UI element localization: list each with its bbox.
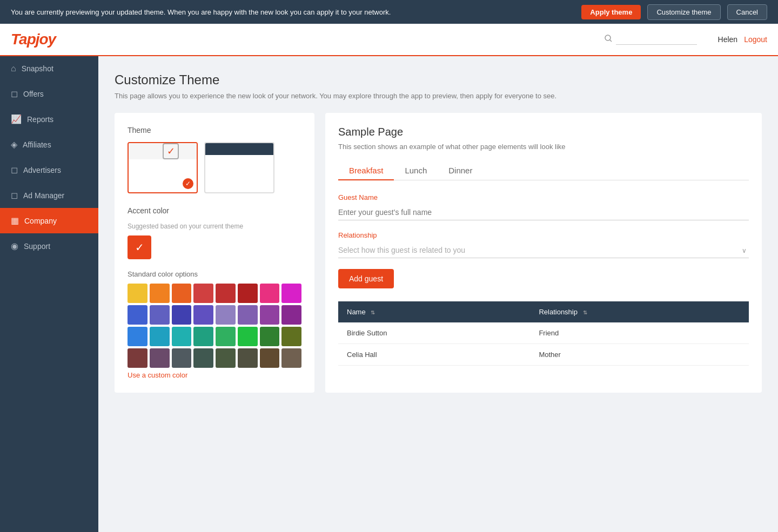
table-body: Birdie SuttonFriendCelia HallMother [338,322,749,366]
ad-manager-icon: ◻ [11,190,18,200]
search-input[interactable] [616,34,697,45]
main-content: Customize Theme This page allows you to … [98,56,778,532]
color-swatch-3-5[interactable] [238,348,258,368]
relationship-select[interactable]: Select how this guest is related to you [338,243,749,258]
color-swatch-1-7[interactable] [281,305,301,325]
color-swatch-2-4[interactable] [216,327,236,346]
color-swatch-0-7[interactable] [281,284,301,303]
sidebar-item-reports[interactable]: 📈Reports [0,106,98,132]
theme-thumb-2[interactable] [204,142,274,193]
preview-message: You are currently previewing your update… [11,8,575,16]
color-swatch-1-5[interactable] [238,305,258,325]
color-swatch-0-2[interactable] [172,284,192,303]
tab-lunch[interactable]: Lunch [394,161,438,180]
color-swatch-0-6[interactable] [260,284,280,303]
sidebar-item-ad-manager[interactable]: ◻Ad Manager [0,183,98,208]
color-swatch-1-1[interactable] [150,305,170,325]
color-swatch-2-3[interactable] [193,327,213,346]
custom-color-link[interactable]: Use a custom color [128,371,187,379]
main-layout: ⌂Snapshot◻Offers📈Reports◈Affiliates◻Adve… [0,56,778,532]
sample-subtitle: This section shows an example of what ot… [338,143,749,151]
color-row-2 [128,327,301,346]
color-swatch-3-1[interactable] [150,348,170,368]
logo: Tapjoy [11,31,56,48]
relationship-select-wrapper: Select how this guest is related to you … [338,243,749,258]
sidebar-item-snapshot[interactable]: ⌂Snapshot [0,56,98,81]
search-area [604,34,697,45]
user-area: Helen Logout [718,35,767,44]
theme-panel: Theme ✓ ✓ [115,113,314,393]
relationship-group: Relationship Select how this guest is re… [338,231,749,258]
color-row-3 [128,348,301,368]
table-row: Celia HallMother [338,344,749,366]
color-swatch-2-0[interactable] [128,327,147,346]
cell-name-0: Birdie Sutton [338,322,530,344]
sidebar-item-support[interactable]: ◉Support [0,233,98,259]
color-swatch-1-2[interactable] [172,305,192,325]
tab-dinner[interactable]: Dinner [438,161,483,180]
table-header: Name ⇅ Relationship ⇅ [338,301,749,322]
color-swatch-3-3[interactable] [193,348,213,368]
color-swatch-1-0[interactable] [128,305,147,325]
apply-theme-button[interactable]: Apply theme [581,5,641,19]
reports-icon: 📈 [11,114,22,124]
support-icon: ◉ [11,241,18,251]
color-swatch-0-1[interactable] [150,284,170,303]
guest-table: Name ⇅ Relationship ⇅ Birdie SuttonFrien… [338,301,749,366]
cancel-button[interactable]: Cancel [727,4,767,20]
color-swatch-3-6[interactable] [260,348,280,368]
user-name: Helen [718,35,738,44]
customize-theme-button[interactable]: Customize theme [647,4,720,20]
cell-name-1: Celia Hall [338,344,530,366]
page-subtitle: This page allows you to experience the n… [115,92,762,100]
color-swatch-2-5[interactable] [238,327,258,346]
guest-name-input[interactable] [338,205,749,220]
theme-check-icon: ✓ [163,143,179,159]
accent-color-label: Accent color [128,206,301,215]
standard-color-options-label: Standard color options [128,270,301,278]
color-swatch-1-4[interactable] [216,305,236,325]
theme-section-label: Theme [128,126,301,134]
page-title: Customize Theme [115,72,762,87]
color-row-0 [128,284,301,303]
relationship-placeholder: Select how this guest is related to you [338,246,465,254]
sidebar: ⌂Snapshot◻Offers📈Reports◈Affiliates◻Adve… [0,56,98,532]
accent-color-section: Accent color Suggested based on your cur… [128,206,301,259]
sidebar-label-affiliates: Affiliates [23,140,51,149]
color-swatch-0-5[interactable] [238,284,258,303]
theme-thumbnails: ✓ ✓ [128,142,301,193]
sidebar-label-company: Company [24,217,57,225]
tab-breakfast[interactable]: Breakfast [338,161,394,180]
theme-thumb-1[interactable]: ✓ ✓ [128,142,198,193]
accent-swatch[interactable]: ✓ [128,235,151,259]
sidebar-label-ad-manager: Ad Manager [23,191,64,200]
cell-relationship-1: Mother [530,344,749,366]
color-swatch-2-7[interactable] [281,327,301,346]
sidebar-item-advertisers[interactable]: ◻Advertisers [0,157,98,183]
color-swatch-2-2[interactable] [172,327,192,346]
color-swatch-0-0[interactable] [128,284,147,303]
color-swatch-2-1[interactable] [150,327,170,346]
color-swatch-1-3[interactable] [193,305,213,325]
color-swatch-3-4[interactable] [216,348,236,368]
sort-icon-name: ⇅ [371,309,375,315]
sample-title: Sample Page [338,126,749,138]
color-grid [128,284,301,368]
relationship-label: Relationship [338,231,749,239]
sidebar-item-affiliates[interactable]: ◈Affiliates [0,132,98,157]
color-swatch-3-0[interactable] [128,348,147,368]
color-swatch-3-7[interactable] [281,348,301,368]
color-row-1 [128,305,301,325]
sample-tabs: BreakfastLunchDinner [338,161,749,180]
sidebar-item-company[interactable]: ▦Company [0,208,98,233]
logout-link[interactable]: Logout [744,35,767,44]
color-swatch-2-6[interactable] [260,327,280,346]
add-guest-button[interactable]: Add guest [338,269,394,288]
color-swatch-1-6[interactable] [260,305,280,325]
color-swatch-0-3[interactable] [193,284,213,303]
col-name: Name ⇅ [338,301,530,322]
sidebar-item-offers[interactable]: ◻Offers [0,81,98,106]
color-swatch-0-4[interactable] [216,284,236,303]
color-swatch-3-2[interactable] [172,348,192,368]
svg-line-1 [610,40,612,42]
